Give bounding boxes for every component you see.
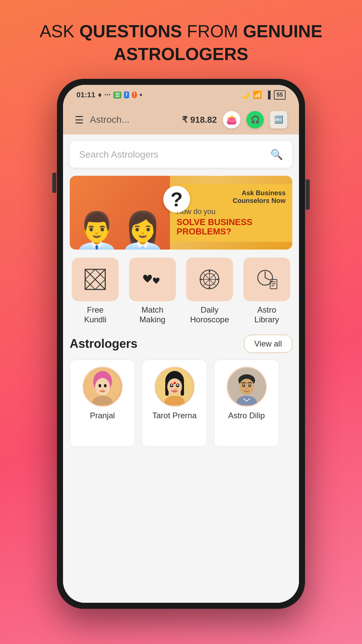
- status-left: 01:11 ♦ ··· ☰ f ! •: [76, 91, 142, 99]
- search-placeholder: Search Astrologers: [79, 149, 159, 160]
- svg-point-43: [172, 390, 177, 392]
- svg-point-47: [239, 379, 254, 395]
- astrologer-avatar-astro-dilip: [227, 367, 267, 407]
- astrologers-section-title: Astrologers: [70, 337, 137, 351]
- dots-icon: ···: [105, 91, 111, 99]
- header-right: ₹ 918.82 👛 🎧 🔤: [182, 111, 287, 128]
- astrologers-section-header: Astrologers View all: [70, 335, 292, 353]
- svg-point-36: [167, 378, 182, 395]
- pranjal-avatar-svg: [84, 368, 121, 405]
- moon-icon: 🌙: [240, 91, 249, 99]
- svg-point-30: [100, 390, 105, 392]
- free-kundli-label: FreeKundli: [84, 305, 107, 325]
- svg-point-14: [209, 287, 210, 288]
- svg-point-16: [217, 279, 219, 280]
- app-content: Search Astrologers 🔍 👨‍💼👩‍💼 ? Ask Busine…: [63, 135, 299, 603]
- kundli-icon: [83, 268, 107, 291]
- svg-point-28: [104, 384, 107, 387]
- svg-point-27: [99, 384, 101, 387]
- svg-point-15: [201, 279, 202, 280]
- hero-line-1: ASK QUESTIONS FROM GENUINE: [40, 21, 322, 41]
- status-right: 🌙 📶 ▐ 55: [240, 90, 286, 100]
- search-icon[interactable]: 🔍: [270, 149, 283, 160]
- tarot-prerna-avatar-svg: [156, 368, 193, 405]
- status-bar: 01:11 ♦ ··· ☰ f ! • 🌙 📶 ▐ 55: [63, 85, 299, 105]
- phone-screen: 01:11 ♦ ··· ☰ f ! • 🌙 📶 ▐ 55 ☰ Astroch..…: [63, 85, 299, 603]
- match-making-icon-box: [129, 258, 176, 301]
- svg-point-40: [177, 384, 178, 386]
- category-astro-library[interactable]: AstroLibrary: [241, 258, 293, 325]
- astrologer-name-tarot-prerna: Tarot Prerna: [152, 411, 196, 420]
- category-grid: FreeKundli MatchMaking: [70, 258, 292, 325]
- svg-point-39: [171, 384, 172, 386]
- app-header: ☰ Astroch... ₹ 918.82 👛 🎧 🔤: [63, 105, 299, 135]
- astro-library-label: AstroLibrary: [254, 305, 279, 325]
- svg-point-51: [249, 384, 250, 386]
- signal-icon: ♦: [98, 91, 102, 99]
- astrologer-card-tarot-prerna[interactable]: Tarot Prerna: [142, 360, 207, 447]
- support-icon[interactable]: 🎧: [246, 111, 264, 128]
- search-bar[interactable]: Search Astrologers 🔍: [70, 141, 292, 168]
- free-kundli-icon-box: [72, 258, 119, 301]
- signal-bars-icon: ▐: [265, 91, 270, 99]
- dot-indicator: •: [140, 91, 142, 99]
- hamburger-menu[interactable]: ☰: [75, 114, 84, 126]
- category-match-making[interactable]: MatchMaking: [127, 258, 178, 325]
- time-display: 01:11: [76, 91, 95, 99]
- translate-icon[interactable]: 🔤: [270, 111, 287, 128]
- astrologer-cards-list: Pranjal: [70, 360, 292, 447]
- app-icon-1: ☰: [113, 92, 121, 99]
- people-illustration: 👨‍💼👩‍💼: [74, 213, 166, 250]
- wallet-icon[interactable]: 👛: [223, 111, 240, 128]
- banner-question-text: How do you: [177, 207, 286, 216]
- hero-line-2: ASTROLOGERS: [114, 44, 248, 64]
- astrologer-card-astro-dilip[interactable]: Astro Dilip: [214, 360, 279, 447]
- astro-dilip-avatar-svg: [228, 368, 265, 405]
- svg-point-29: [102, 388, 103, 389]
- astrologer-name-astro-dilip: Astro Dilip: [228, 411, 265, 420]
- app-icon-3: !: [132, 92, 137, 98]
- daily-horoscope-icon-box: [186, 258, 233, 301]
- banner-ask-label: Ask BusinessCounselors Now: [177, 189, 286, 205]
- promo-banner[interactable]: 👨‍💼👩‍💼 ? Ask BusinessCounselors Now How …: [70, 176, 292, 250]
- category-free-kundli[interactable]: FreeKundli: [70, 258, 121, 325]
- banner-solve-text: SOLVE BUSINESSPROBLEMS?: [177, 217, 286, 236]
- svg-line-19: [265, 278, 269, 280]
- svg-point-52: [246, 388, 248, 389]
- svg-point-50: [243, 384, 244, 386]
- banner-image-left: 👨‍💼👩‍💼: [70, 176, 170, 250]
- astrologer-card-pranjal[interactable]: Pranjal: [70, 360, 135, 447]
- wifi-icon: 📶: [253, 91, 262, 99]
- daily-horoscope-label: DailyHoroscope: [190, 305, 229, 325]
- question-mark-bubble: ?: [163, 186, 190, 213]
- header-left: ☰ Astroch...: [75, 114, 129, 126]
- app-icon-2: f: [124, 92, 129, 98]
- svg-point-13: [209, 271, 210, 272]
- svg-point-26: [95, 378, 110, 395]
- astrologer-avatar-pranjal: [82, 367, 123, 407]
- battery-indicator: 55: [274, 90, 286, 100]
- category-daily-horoscope[interactable]: DailyHoroscope: [184, 258, 235, 325]
- wallet-balance[interactable]: ₹ 918.82: [182, 115, 217, 125]
- astrologer-avatar-tarot-prerna: [155, 367, 195, 407]
- view-all-button[interactable]: View all: [244, 335, 292, 353]
- hero-text: ASK QUESTIONS FROM GENUINE ASTROLOGERS: [13, 20, 349, 65]
- daily-horoscope-icon: [198, 268, 221, 291]
- match-making-label: MatchMaking: [139, 305, 165, 325]
- match-making-icon: [141, 268, 164, 291]
- astro-library-icon: [255, 268, 279, 291]
- astro-library-icon-box: [243, 258, 290, 301]
- astrologer-name-pranjal: Pranjal: [90, 411, 115, 420]
- phone-shell: 01:11 ♦ ··· ☰ f ! • 🌙 📶 ▐ 55 ☰ Astroch..…: [57, 79, 305, 609]
- svg-point-41: [174, 382, 176, 384]
- app-name: Astroch...: [90, 114, 129, 125]
